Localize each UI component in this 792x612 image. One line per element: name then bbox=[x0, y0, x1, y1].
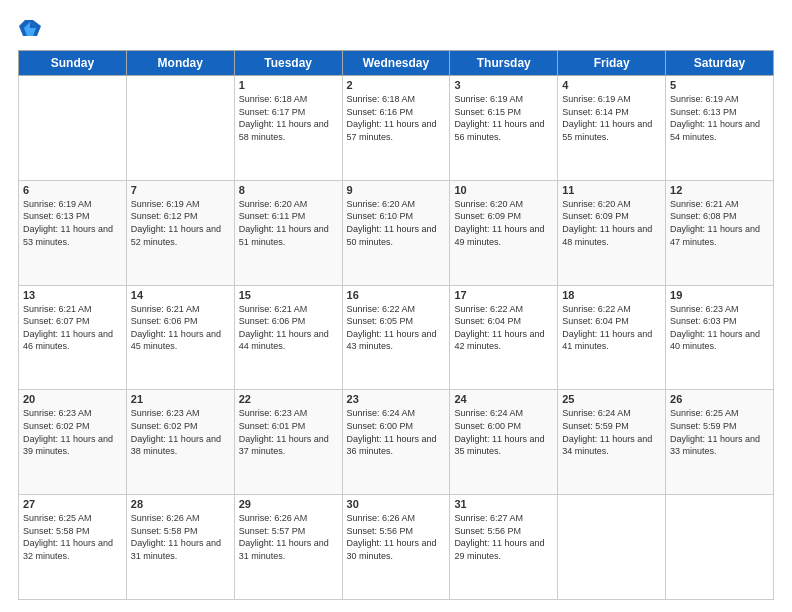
day-info: Sunrise: 6:23 AM Sunset: 6:03 PM Dayligh… bbox=[670, 303, 769, 353]
day-number: 6 bbox=[23, 184, 122, 196]
table-row: 15Sunrise: 6:21 AM Sunset: 6:06 PM Dayli… bbox=[234, 285, 342, 390]
day-info: Sunrise: 6:18 AM Sunset: 6:16 PM Dayligh… bbox=[347, 93, 446, 143]
day-number: 26 bbox=[670, 393, 769, 405]
day-number: 3 bbox=[454, 79, 553, 91]
col-thursday: Thursday bbox=[450, 51, 558, 76]
day-info: Sunrise: 6:21 AM Sunset: 6:06 PM Dayligh… bbox=[239, 303, 338, 353]
day-info: Sunrise: 6:26 AM Sunset: 5:56 PM Dayligh… bbox=[347, 512, 446, 562]
day-info: Sunrise: 6:23 AM Sunset: 6:02 PM Dayligh… bbox=[131, 407, 230, 457]
day-info: Sunrise: 6:24 AM Sunset: 6:00 PM Dayligh… bbox=[347, 407, 446, 457]
day-number: 24 bbox=[454, 393, 553, 405]
day-number: 4 bbox=[562, 79, 661, 91]
day-number: 11 bbox=[562, 184, 661, 196]
table-row: 9Sunrise: 6:20 AM Sunset: 6:10 PM Daylig… bbox=[342, 180, 450, 285]
day-number: 16 bbox=[347, 289, 446, 301]
day-number: 15 bbox=[239, 289, 338, 301]
day-number: 2 bbox=[347, 79, 446, 91]
table-row: 27Sunrise: 6:25 AM Sunset: 5:58 PM Dayli… bbox=[19, 495, 127, 600]
page: Sunday Monday Tuesday Wednesday Thursday… bbox=[0, 0, 792, 612]
day-info: Sunrise: 6:21 AM Sunset: 6:06 PM Dayligh… bbox=[131, 303, 230, 353]
table-row: 3Sunrise: 6:19 AM Sunset: 6:15 PM Daylig… bbox=[450, 76, 558, 181]
col-friday: Friday bbox=[558, 51, 666, 76]
day-info: Sunrise: 6:25 AM Sunset: 5:59 PM Dayligh… bbox=[670, 407, 769, 457]
day-number: 19 bbox=[670, 289, 769, 301]
day-info: Sunrise: 6:19 AM Sunset: 6:13 PM Dayligh… bbox=[670, 93, 769, 143]
day-info: Sunrise: 6:24 AM Sunset: 6:00 PM Dayligh… bbox=[454, 407, 553, 457]
day-info: Sunrise: 6:20 AM Sunset: 6:10 PM Dayligh… bbox=[347, 198, 446, 248]
calendar-week-row: 20Sunrise: 6:23 AM Sunset: 6:02 PM Dayli… bbox=[19, 390, 774, 495]
day-number: 12 bbox=[670, 184, 769, 196]
table-row: 19Sunrise: 6:23 AM Sunset: 6:03 PM Dayli… bbox=[666, 285, 774, 390]
table-row bbox=[19, 76, 127, 181]
day-number: 5 bbox=[670, 79, 769, 91]
day-info: Sunrise: 6:19 AM Sunset: 6:15 PM Dayligh… bbox=[454, 93, 553, 143]
day-number: 18 bbox=[562, 289, 661, 301]
table-row: 14Sunrise: 6:21 AM Sunset: 6:06 PM Dayli… bbox=[126, 285, 234, 390]
day-number: 17 bbox=[454, 289, 553, 301]
table-row: 17Sunrise: 6:22 AM Sunset: 6:04 PM Dayli… bbox=[450, 285, 558, 390]
col-wednesday: Wednesday bbox=[342, 51, 450, 76]
table-row: 2Sunrise: 6:18 AM Sunset: 6:16 PM Daylig… bbox=[342, 76, 450, 181]
col-saturday: Saturday bbox=[666, 51, 774, 76]
calendar-week-row: 6Sunrise: 6:19 AM Sunset: 6:13 PM Daylig… bbox=[19, 180, 774, 285]
day-info: Sunrise: 6:25 AM Sunset: 5:58 PM Dayligh… bbox=[23, 512, 122, 562]
table-row: 31Sunrise: 6:27 AM Sunset: 5:56 PM Dayli… bbox=[450, 495, 558, 600]
table-row: 13Sunrise: 6:21 AM Sunset: 6:07 PM Dayli… bbox=[19, 285, 127, 390]
logo bbox=[18, 18, 41, 40]
day-info: Sunrise: 6:24 AM Sunset: 5:59 PM Dayligh… bbox=[562, 407, 661, 457]
table-row: 1Sunrise: 6:18 AM Sunset: 6:17 PM Daylig… bbox=[234, 76, 342, 181]
calendar-week-row: 13Sunrise: 6:21 AM Sunset: 6:07 PM Dayli… bbox=[19, 285, 774, 390]
day-info: Sunrise: 6:19 AM Sunset: 6:13 PM Dayligh… bbox=[23, 198, 122, 248]
table-row: 30Sunrise: 6:26 AM Sunset: 5:56 PM Dayli… bbox=[342, 495, 450, 600]
day-number: 1 bbox=[239, 79, 338, 91]
table-row: 8Sunrise: 6:20 AM Sunset: 6:11 PM Daylig… bbox=[234, 180, 342, 285]
table-row: 23Sunrise: 6:24 AM Sunset: 6:00 PM Dayli… bbox=[342, 390, 450, 495]
calendar-table: Sunday Monday Tuesday Wednesday Thursday… bbox=[18, 50, 774, 600]
day-number: 8 bbox=[239, 184, 338, 196]
table-row: 16Sunrise: 6:22 AM Sunset: 6:05 PM Dayli… bbox=[342, 285, 450, 390]
table-row: 7Sunrise: 6:19 AM Sunset: 6:12 PM Daylig… bbox=[126, 180, 234, 285]
day-info: Sunrise: 6:20 AM Sunset: 6:09 PM Dayligh… bbox=[454, 198, 553, 248]
table-row bbox=[666, 495, 774, 600]
day-info: Sunrise: 6:19 AM Sunset: 6:14 PM Dayligh… bbox=[562, 93, 661, 143]
table-row: 12Sunrise: 6:21 AM Sunset: 6:08 PM Dayli… bbox=[666, 180, 774, 285]
day-number: 23 bbox=[347, 393, 446, 405]
day-number: 9 bbox=[347, 184, 446, 196]
table-row bbox=[558, 495, 666, 600]
col-monday: Monday bbox=[126, 51, 234, 76]
header bbox=[18, 18, 774, 40]
day-info: Sunrise: 6:22 AM Sunset: 6:05 PM Dayligh… bbox=[347, 303, 446, 353]
day-info: Sunrise: 6:21 AM Sunset: 6:07 PM Dayligh… bbox=[23, 303, 122, 353]
day-info: Sunrise: 6:27 AM Sunset: 5:56 PM Dayligh… bbox=[454, 512, 553, 562]
day-number: 7 bbox=[131, 184, 230, 196]
day-number: 29 bbox=[239, 498, 338, 510]
table-row: 20Sunrise: 6:23 AM Sunset: 6:02 PM Dayli… bbox=[19, 390, 127, 495]
table-row: 4Sunrise: 6:19 AM Sunset: 6:14 PM Daylig… bbox=[558, 76, 666, 181]
day-number: 22 bbox=[239, 393, 338, 405]
table-row: 5Sunrise: 6:19 AM Sunset: 6:13 PM Daylig… bbox=[666, 76, 774, 181]
table-row: 18Sunrise: 6:22 AM Sunset: 6:04 PM Dayli… bbox=[558, 285, 666, 390]
day-number: 21 bbox=[131, 393, 230, 405]
day-number: 20 bbox=[23, 393, 122, 405]
table-row: 26Sunrise: 6:25 AM Sunset: 5:59 PM Dayli… bbox=[666, 390, 774, 495]
day-info: Sunrise: 6:18 AM Sunset: 6:17 PM Dayligh… bbox=[239, 93, 338, 143]
day-info: Sunrise: 6:26 AM Sunset: 5:57 PM Dayligh… bbox=[239, 512, 338, 562]
table-row: 6Sunrise: 6:19 AM Sunset: 6:13 PM Daylig… bbox=[19, 180, 127, 285]
table-row: 28Sunrise: 6:26 AM Sunset: 5:58 PM Dayli… bbox=[126, 495, 234, 600]
table-row: 29Sunrise: 6:26 AM Sunset: 5:57 PM Dayli… bbox=[234, 495, 342, 600]
calendar-week-row: 1Sunrise: 6:18 AM Sunset: 6:17 PM Daylig… bbox=[19, 76, 774, 181]
table-row: 11Sunrise: 6:20 AM Sunset: 6:09 PM Dayli… bbox=[558, 180, 666, 285]
table-row: 22Sunrise: 6:23 AM Sunset: 6:01 PM Dayli… bbox=[234, 390, 342, 495]
day-number: 30 bbox=[347, 498, 446, 510]
day-info: Sunrise: 6:23 AM Sunset: 6:02 PM Dayligh… bbox=[23, 407, 122, 457]
day-info: Sunrise: 6:26 AM Sunset: 5:58 PM Dayligh… bbox=[131, 512, 230, 562]
table-row: 10Sunrise: 6:20 AM Sunset: 6:09 PM Dayli… bbox=[450, 180, 558, 285]
table-row bbox=[126, 76, 234, 181]
day-number: 14 bbox=[131, 289, 230, 301]
day-info: Sunrise: 6:20 AM Sunset: 6:09 PM Dayligh… bbox=[562, 198, 661, 248]
day-info: Sunrise: 6:22 AM Sunset: 6:04 PM Dayligh… bbox=[454, 303, 553, 353]
day-number: 10 bbox=[454, 184, 553, 196]
day-number: 25 bbox=[562, 393, 661, 405]
table-row: 21Sunrise: 6:23 AM Sunset: 6:02 PM Dayli… bbox=[126, 390, 234, 495]
col-tuesday: Tuesday bbox=[234, 51, 342, 76]
